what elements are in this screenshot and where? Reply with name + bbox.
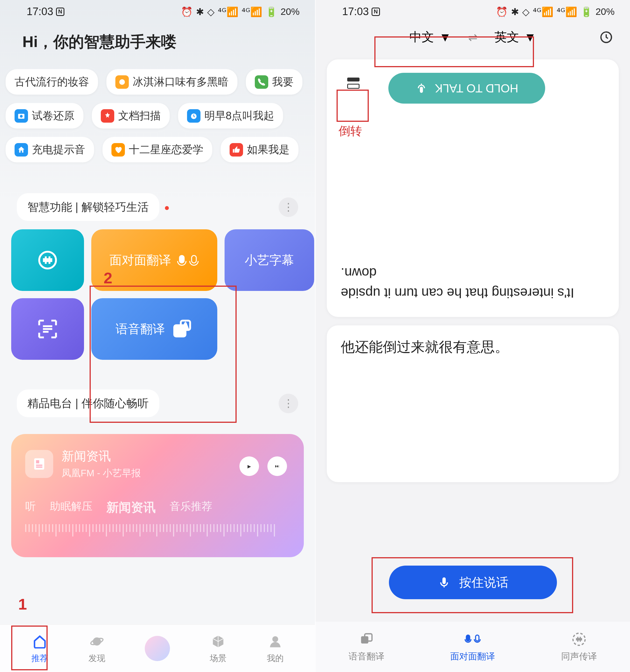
nav-voice-translate[interactable]: 语音翻译 (348, 631, 384, 663)
history-button[interactable] (597, 27, 616, 47)
nav-face-translate[interactable]: 面对面翻译 (450, 631, 495, 663)
nav-scene[interactable]: 场景 (209, 632, 227, 664)
highlight-box-lang (374, 37, 534, 67)
status-time: 17:03 (27, 6, 53, 18)
alarm-icon (187, 109, 200, 123)
chip-call[interactable]: 我要 (246, 69, 302, 95)
chip-ifiwas[interactable]: 如果我是 (221, 137, 298, 162)
chip-label: 充电提示音 (32, 143, 85, 157)
chip-makeup[interactable]: 古代流行的妆容 (6, 69, 98, 95)
status-bar: 17:03 N ⏰ ✱ ◇ ⁴ᴳ📶 ⁴ᴳ📶 🔋 20% (0, 0, 315, 20)
chip-row-1: 古代流行的妆容 冰淇淋口味有多黑暗 我要 (0, 69, 315, 103)
bluetooth-icon: ✱ (196, 6, 204, 17)
svg-rect-5 (179, 255, 184, 263)
cube-icon (209, 632, 227, 650)
flip-bar-icon (347, 77, 360, 81)
svg-point-17 (272, 636, 278, 642)
top-conversation-card: HOLD TO TALK It's interesting that he ca… (327, 59, 619, 317)
chip-charge[interactable]: 充电提示音 (6, 137, 94, 162)
chip-zodiac[interactable]: 十二星座恋爱学 (102, 137, 212, 162)
red-dot-icon (165, 206, 169, 210)
section-smart-header: 智慧功能 | 解锁轻巧生活 ⋮ (0, 171, 315, 229)
nav-discover[interactable]: 发现 (88, 632, 106, 664)
card-label: 小艺字幕 (245, 252, 294, 268)
chip-label: 如果我是 (247, 143, 290, 157)
mic-icon (415, 82, 428, 94)
next-button[interactable]: ⏭ (267, 456, 287, 476)
flip-red-label: 倒转 (339, 123, 362, 139)
nav-label: 场景 (210, 653, 226, 664)
svg-rect-24 (476, 635, 479, 641)
svg-rect-19 (420, 87, 423, 93)
chip-label: 我要 (272, 75, 293, 89)
nfc-icon: N (371, 7, 380, 16)
translate-bottom-nav: 语音翻译 面对面翻译 同声传译 (316, 622, 630, 672)
chip-label: 古代流行的妆容 (15, 75, 89, 89)
radio-tab[interactable]: 听 (25, 499, 36, 516)
nav-assistant[interactable] (145, 636, 170, 661)
source-card: 他还能倒过来就很有意思。 (327, 326, 619, 482)
svg-rect-6 (192, 255, 196, 263)
radio-card[interactable]: 新闻资讯 凤凰FM - 小艺早报 ▶ ⏭ 听 助眠解压 新闻资讯 音乐推荐 (11, 434, 304, 557)
phone-icon (255, 75, 268, 89)
status-time: 17:03 (342, 6, 369, 18)
wifi-icon: ◇ (522, 6, 530, 17)
chip-label: 十二星座恋爱学 (129, 143, 203, 157)
svg-rect-14 (36, 466, 43, 468)
hold-to-talk-button[interactable]: HOLD TO TALK (388, 73, 545, 103)
nav-mine[interactable]: 我的 (266, 632, 284, 664)
alarm-icon: ⏰ (496, 6, 508, 17)
sound-wave-icon (571, 631, 587, 648)
card-subtitle[interactable]: 小艺字幕 (224, 229, 314, 291)
radio-tab[interactable]: 音乐推荐 (170, 499, 212, 516)
camera-icon (15, 109, 28, 123)
radio-tab-active[interactable]: 新闻资讯 (106, 499, 156, 516)
more-button[interactable]: ⋮ (278, 394, 298, 413)
highlight-box-2 (90, 286, 237, 423)
wifi-icon: ◇ (207, 6, 215, 17)
flip-bar-outline-icon (347, 84, 360, 89)
battery-pct: 20% (596, 6, 614, 17)
nav-label: 我的 (267, 653, 284, 664)
radio-ruler[interactable] (25, 524, 290, 538)
more-button[interactable]: ⋮ (278, 197, 298, 217)
card-unknown-purple[interactable] (11, 298, 84, 360)
chip-exam[interactable]: 试卷还原 (6, 103, 83, 128)
user-icon (266, 632, 284, 650)
nav-label: 同声传译 (561, 650, 597, 663)
dual-mic-icon (177, 249, 199, 271)
card-unknown-cyan[interactable] (11, 229, 84, 291)
svg-rect-11 (34, 458, 44, 470)
home-icon (15, 143, 28, 157)
chip-scan[interactable]: 文档扫描 (92, 103, 170, 128)
chip-label: 试卷还原 (32, 109, 74, 123)
signal2-icon: ⁴ᴳ📶 (557, 6, 577, 17)
dual-mic-icon (464, 631, 481, 648)
callout-1: 1 (18, 595, 27, 613)
battery-pct: 20% (281, 6, 299, 17)
highlight-box-press (371, 557, 573, 613)
ocr-frame-icon (37, 318, 59, 340)
svg-rect-12 (36, 460, 39, 463)
source-text: 他还能倒过来就很有意思。 (341, 337, 605, 358)
bluetooth-icon: ✱ (511, 6, 519, 17)
card-label: 面对面翻译 (110, 252, 171, 268)
play-button[interactable]: ▶ (239, 456, 259, 476)
heart-icon (112, 143, 125, 157)
avatar-icon (145, 636, 170, 661)
flavor-icon (115, 75, 129, 89)
chip-row-3: 充电提示音 十二星座恋爱学 如果我是 (0, 137, 315, 171)
chip-icecream[interactable]: 冰淇淋口味有多黑暗 (106, 69, 238, 95)
nav-simult-translate[interactable]: 同声传译 (561, 631, 597, 663)
chip-alarm[interactable]: 明早8点叫我起 (178, 103, 283, 128)
chip-row-2: 试卷还原 文档扫描 明早8点叫我起 (0, 103, 315, 137)
svg-rect-13 (36, 464, 43, 466)
translate-icon (358, 631, 375, 648)
radio-tab[interactable]: 助眠解压 (50, 499, 92, 516)
nav-label: 面对面翻译 (450, 650, 495, 663)
alarm-icon: ⏰ (181, 6, 193, 17)
radio-subtitle: 凤凰FM - 小艺早报 (62, 467, 141, 480)
callout-2: 2 (104, 269, 112, 287)
chip-label: 文档扫描 (118, 109, 161, 123)
news-file-icon (25, 450, 53, 478)
